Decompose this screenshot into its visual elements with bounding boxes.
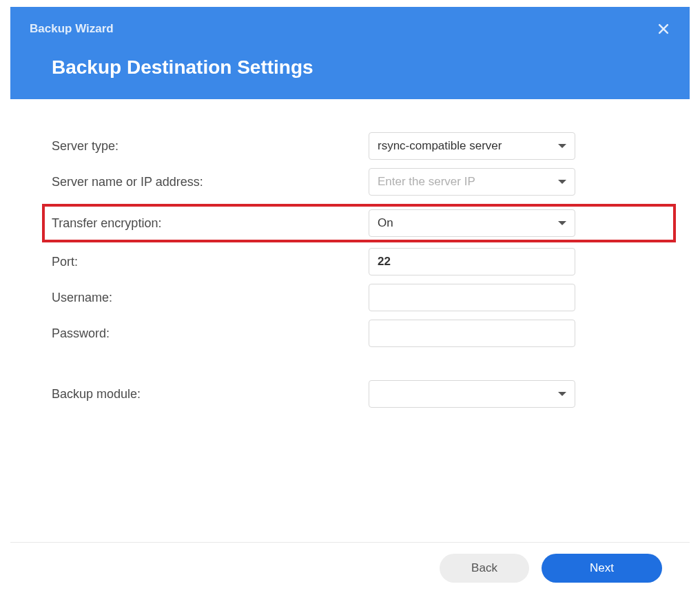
- server-ip-row: Server name or IP address: Enter the ser…: [52, 168, 648, 196]
- backup-module-select[interactable]: [369, 380, 575, 408]
- wizard-body: Server type: rsync-compatible server Ser…: [10, 99, 690, 542]
- wizard-header: Backup Wizard Backup Destination Setting…: [10, 7, 690, 99]
- wizard-footer: Back Next: [10, 542, 690, 594]
- backup-module-label: Backup module:: [52, 387, 369, 402]
- chevron-down-icon: [558, 144, 566, 148]
- password-row: Password:: [52, 320, 648, 347]
- server-type-row: Server type: rsync-compatible server: [52, 132, 648, 160]
- close-button[interactable]: [657, 22, 670, 39]
- transfer-encryption-row: Transfer encryption: On: [42, 204, 676, 242]
- port-row: Port: 22: [52, 248, 648, 275]
- chevron-down-icon: [558, 221, 566, 225]
- close-icon: [657, 22, 670, 36]
- server-type-select[interactable]: rsync-compatible server: [369, 132, 575, 160]
- transfer-encryption-label: Transfer encryption:: [52, 216, 369, 231]
- wizard-container: Backup Wizard Backup Destination Setting…: [0, 0, 700, 604]
- page-title: Backup Destination Settings: [52, 56, 670, 79]
- server-ip-label: Server name or IP address:: [52, 175, 369, 189]
- server-ip-placeholder: Enter the server IP: [378, 175, 475, 189]
- server-type-label: Server type:: [52, 139, 369, 154]
- username-label: Username:: [52, 291, 369, 305]
- username-row: Username:: [52, 284, 648, 311]
- port-input[interactable]: 22: [369, 248, 575, 275]
- transfer-encryption-select[interactable]: On: [369, 209, 575, 237]
- port-value: 22: [378, 255, 391, 269]
- password-input[interactable]: [369, 320, 575, 347]
- wizard-title: Backup Wizard: [30, 22, 670, 36]
- backup-module-row: Backup module:: [52, 380, 648, 408]
- back-button[interactable]: Back: [440, 554, 529, 583]
- chevron-down-icon: [558, 180, 566, 184]
- server-type-value: rsync-compatible server: [378, 139, 502, 153]
- port-label: Port:: [52, 255, 369, 269]
- server-ip-input[interactable]: Enter the server IP: [369, 168, 575, 196]
- username-input[interactable]: [369, 284, 575, 311]
- password-label: Password:: [52, 326, 369, 341]
- chevron-down-icon: [558, 392, 566, 396]
- transfer-encryption-value: On: [378, 216, 393, 230]
- next-button[interactable]: Next: [542, 554, 662, 583]
